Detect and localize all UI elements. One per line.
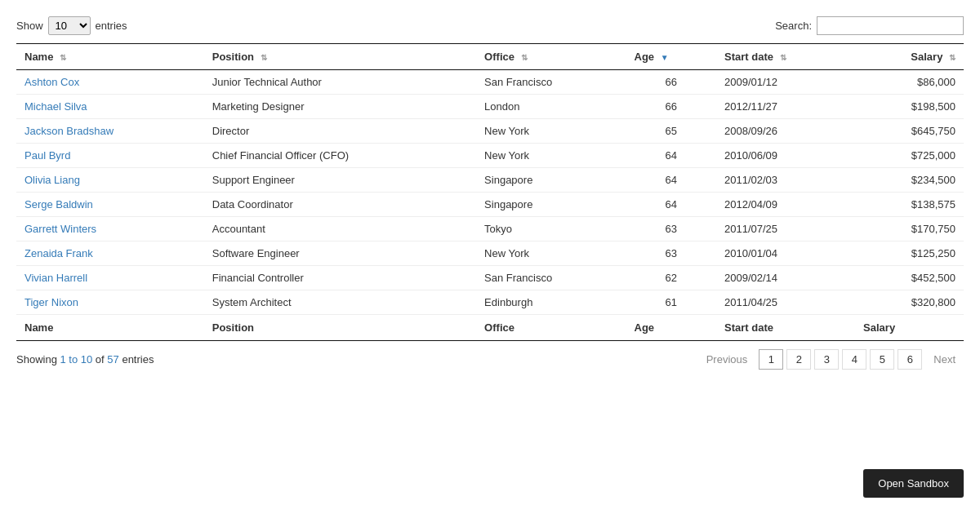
cell-office: New York — [476, 119, 626, 144]
previous-button[interactable]: Previous — [698, 350, 756, 369]
col-age-label: Age — [635, 51, 655, 63]
cell-age: 64 — [626, 193, 716, 217]
cell-office: San Francisco — [476, 70, 626, 95]
cell-age: 66 — [626, 70, 716, 95]
col-age[interactable]: Age ▼ — [626, 44, 716, 70]
cell-position: Financial Controller — [204, 266, 476, 290]
table-row: Tiger NixonSystem ArchitectEdinburgh6120… — [16, 290, 964, 315]
showing-suffix: entries — [119, 353, 154, 366]
page-btn-2[interactable]: 2 — [786, 349, 811, 370]
col-office[interactable]: Office ⇅ — [476, 44, 626, 70]
cell-office: San Francisco — [476, 266, 626, 290]
cell-startdate: 2012/04/09 — [716, 193, 855, 217]
cell-name: Serge Baldwin — [16, 193, 204, 217]
cell-age: 61 — [626, 290, 716, 315]
cell-position: Data Coordinator — [204, 193, 476, 217]
showing-text: Showing — [16, 353, 60, 366]
col-position-label: Position — [212, 51, 254, 63]
col-name-sort-icon: ⇅ — [60, 53, 66, 62]
col-startdate[interactable]: Start date ⇅ — [716, 44, 855, 70]
cell-startdate: 2011/02/03 — [716, 168, 855, 193]
page-btn-6[interactable]: 6 — [898, 349, 922, 370]
cell-age: 64 — [626, 144, 716, 168]
cell-office: New York — [476, 241, 626, 266]
cell-age: 66 — [626, 95, 716, 119]
foot-col-salary: Salary — [855, 315, 964, 341]
cell-salary: $645,750 — [855, 119, 964, 144]
cell-startdate: 2010/01/04 — [716, 241, 855, 266]
cell-position: Marketing Designer — [204, 95, 476, 119]
col-name-label: Name — [24, 51, 53, 63]
showing-of: of — [92, 353, 107, 366]
cell-age: 65 — [626, 119, 716, 144]
col-salary-label: Salary — [911, 51, 942, 63]
cell-name: Ashton Cox — [16, 70, 204, 95]
cell-position: System Architect — [204, 290, 476, 315]
table-row: Paul ByrdChief Financial Officer (CFO)Ne… — [16, 144, 964, 168]
cell-startdate: 2008/09/26 — [716, 119, 855, 144]
cell-salary: $725,000 — [855, 144, 964, 168]
search-box: Search: — [775, 16, 964, 35]
cell-position: Junior Technical Author — [204, 70, 476, 95]
bottom-controls: Showing 1 to 10 of 57 entries Previous 1… — [16, 349, 964, 370]
data-table: Name ⇅ Position ⇅ Office ⇅ Age ▼ Start d… — [16, 43, 964, 341]
page-btn-1[interactable]: 1 — [759, 349, 783, 370]
cell-startdate: 2011/07/25 — [716, 217, 855, 241]
col-salary[interactable]: Salary ⇅ — [855, 44, 964, 70]
table-row: Olivia LiangSupport EngineerSingapore642… — [16, 168, 964, 193]
table-body: Ashton CoxJunior Technical AuthorSan Fra… — [16, 70, 964, 315]
next-button[interactable]: Next — [925, 350, 964, 369]
cell-startdate: 2010/06/09 — [716, 144, 855, 168]
cell-salary: $452,500 — [855, 266, 964, 290]
table-header-row: Name ⇅ Position ⇅ Office ⇅ Age ▼ Start d… — [16, 44, 964, 70]
show-label: Show — [16, 20, 43, 32]
table-row: Vivian HarrellFinancial ControllerSan Fr… — [16, 266, 964, 290]
cell-office: New York — [476, 144, 626, 168]
cell-age: 64 — [626, 168, 716, 193]
table-footer-row: Name Position Office Age Start date Sala… — [16, 315, 964, 341]
cell-office: Tokyo — [476, 217, 626, 241]
col-startdate-label: Start date — [724, 51, 773, 63]
foot-col-age: Age — [626, 315, 716, 341]
search-label: Search: — [775, 20, 812, 32]
foot-col-office: Office — [476, 315, 626, 341]
cell-position: Software Engineer — [204, 241, 476, 266]
cell-salary: $125,250 — [855, 241, 964, 266]
showing-range: 1 to 10 — [60, 353, 92, 366]
cell-salary: $234,500 — [855, 168, 964, 193]
cell-name: Olivia Liang — [16, 168, 204, 193]
col-office-sort-icon: ⇅ — [521, 53, 528, 62]
col-name[interactable]: Name ⇅ — [16, 44, 204, 70]
cell-name: Jackson Bradshaw — [16, 119, 204, 144]
entries-select[interactable]: 10 25 50 100 — [48, 16, 91, 35]
cell-position: Director — [204, 119, 476, 144]
table-row: Jackson BradshawDirectorNew York652008/0… — [16, 119, 964, 144]
pagination: Previous 1 2 3 4 5 6 Next — [698, 349, 964, 370]
cell-salary: $86,000 — [855, 70, 964, 95]
cell-name: Zenaida Frank — [16, 241, 204, 266]
showing-info: Showing 1 to 10 of 57 entries — [16, 353, 154, 366]
table-row: Michael SilvaMarketing DesignerLondon662… — [16, 95, 964, 119]
page-btn-3[interactable]: 3 — [814, 349, 839, 370]
col-position[interactable]: Position ⇅ — [204, 44, 476, 70]
page-btn-5[interactable]: 5 — [870, 349, 894, 370]
cell-position: Accountant — [204, 217, 476, 241]
top-controls: Show 10 25 50 100 entries Search: — [16, 16, 964, 35]
table-row: Zenaida FrankSoftware EngineerNew York63… — [16, 241, 964, 266]
cell-age: 63 — [626, 217, 716, 241]
cell-office: Singapore — [476, 193, 626, 217]
cell-age: 62 — [626, 266, 716, 290]
showing-total: 57 — [107, 353, 118, 366]
page-btn-4[interactable]: 4 — [842, 349, 866, 370]
cell-salary: $170,750 — [855, 217, 964, 241]
cell-salary: $320,800 — [855, 290, 964, 315]
show-entries-control: Show 10 25 50 100 entries — [16, 16, 127, 35]
foot-col-startdate: Start date — [716, 315, 855, 341]
col-office-label: Office — [484, 51, 514, 63]
table-row: Serge BaldwinData CoordinatorSingapore64… — [16, 193, 964, 217]
table-row: Ashton CoxJunior Technical AuthorSan Fra… — [16, 70, 964, 95]
cell-name: Michael Silva — [16, 95, 204, 119]
col-salary-sort-icon: ⇅ — [949, 53, 956, 62]
foot-col-position: Position — [204, 315, 476, 341]
search-input[interactable] — [817, 16, 964, 35]
